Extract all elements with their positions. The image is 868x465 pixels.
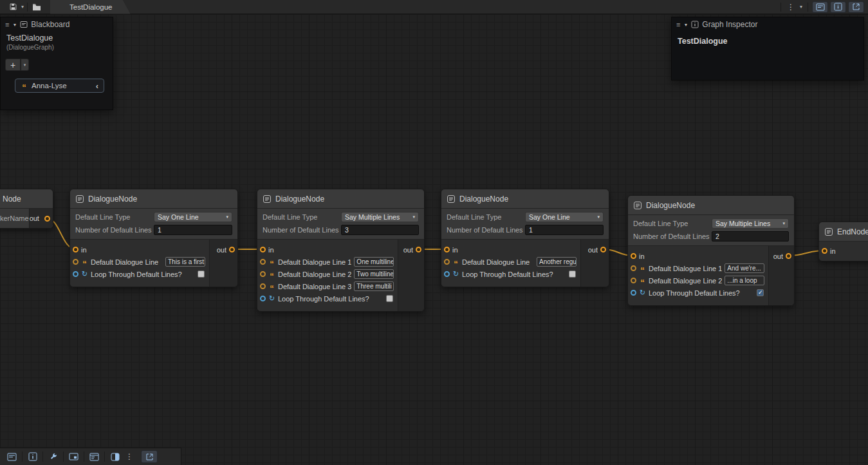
drag-handle-icon[interactable]: ≡ xyxy=(5,21,9,28)
out-port[interactable] xyxy=(600,247,606,252)
dialogue-line-field[interactable]: And we're... xyxy=(725,263,764,273)
more-menu-button[interactable]: ⋮ xyxy=(785,3,797,12)
end-node[interactable]: EndNode in xyxy=(818,222,868,261)
field-label: Anna-Lyse xyxy=(32,82,92,90)
line-port[interactable] xyxy=(260,259,266,265)
num-default-lines-field[interactable]: 1 xyxy=(525,225,604,235)
in-port[interactable] xyxy=(444,247,450,252)
blackboard-toggle-button[interactable] xyxy=(812,1,828,13)
line-label: Default Dialogue Line 1 xyxy=(278,258,351,266)
line-port[interactable] xyxy=(444,259,450,265)
loop-checkbox[interactable] xyxy=(198,270,205,278)
line-type-dropdown[interactable]: Say One Line ▾ xyxy=(154,212,232,222)
node-title: Node xyxy=(3,195,21,204)
more-menu-dropdown[interactable]: ▾ xyxy=(799,4,804,10)
dialogue-node-icon xyxy=(633,201,642,210)
open-external-window-button[interactable] xyxy=(141,450,158,463)
blackboard-header[interactable]: ≡ ▼ Blackboard xyxy=(1,17,113,32)
dialogue-line-field[interactable]: Another regu xyxy=(537,257,577,267)
line-port[interactable] xyxy=(631,278,636,283)
loop-checkbox[interactable] xyxy=(386,295,393,302)
out-port[interactable] xyxy=(416,247,421,252)
dialogue-node-3[interactable]: DialogueNode Default Line Type Say One L… xyxy=(441,189,609,287)
in-port[interactable] xyxy=(822,248,827,254)
dialogue-line-field[interactable]: Two multiline xyxy=(354,269,394,279)
out-port[interactable] xyxy=(786,253,791,259)
inspector-toggle-icon[interactable] xyxy=(24,450,41,464)
property-label: Number of Default Lines xyxy=(633,232,712,240)
line-type-dropdown[interactable]: Say Multiple Lines ▾ xyxy=(341,212,419,222)
node-header[interactable]: Node xyxy=(0,189,53,209)
dialogue-line-field[interactable]: ...in a loop xyxy=(725,276,764,285)
save-options-dropdown[interactable]: ▾ xyxy=(20,4,25,10)
inspector-header[interactable]: ≡ ▼ Graph Inspector xyxy=(672,17,863,32)
num-default-lines-field[interactable]: 2 xyxy=(712,231,789,242)
quote-icon: “ xyxy=(639,278,646,283)
loop-icon: ↻ xyxy=(268,295,275,302)
out-port[interactable] xyxy=(44,216,50,222)
loop-checkbox[interactable] xyxy=(569,270,576,278)
breadcrumb-tab[interactable]: TestDialogue xyxy=(50,0,130,14)
toolbar-divider xyxy=(84,451,84,462)
node-header[interactable]: DialogueNode xyxy=(257,189,424,209)
dialogue-node-4[interactable]: DialogueNode Default Line Type Say Multi… xyxy=(627,195,795,306)
in-port[interactable] xyxy=(260,247,266,252)
dialogue-line-field[interactable]: One multiline xyxy=(354,257,394,267)
add-property-button[interactable]: + xyxy=(5,59,21,71)
line-port[interactable] xyxy=(631,265,636,271)
speaker-name-label: kerName xyxy=(0,214,29,222)
save-button[interactable] xyxy=(6,1,20,14)
node-header[interactable]: DialogueNode xyxy=(628,196,794,215)
inspector-toggle-button[interactable] xyxy=(830,1,846,13)
loop-label: Loop Through Default Lines? xyxy=(91,270,195,278)
in-port[interactable] xyxy=(631,253,636,259)
node-header[interactable]: DialogueNode xyxy=(441,189,609,209)
dialogue-node-1[interactable]: DialogueNode Default Line Type Say One L… xyxy=(69,189,238,287)
in-port-label: in xyxy=(81,246,207,254)
num-default-lines-field[interactable]: 1 xyxy=(154,225,232,235)
line-label: Default Dialogue Line xyxy=(462,258,534,266)
line-port[interactable] xyxy=(73,259,78,265)
panel-toggle-icon[interactable] xyxy=(86,450,103,464)
loop-checkbox[interactable]: ✓ xyxy=(757,289,764,296)
drag-handle-icon[interactable]: ≡ xyxy=(676,21,680,28)
collapse-chevron-icon[interactable]: ‹ xyxy=(96,82,98,90)
minimap-toggle-icon[interactable] xyxy=(65,450,82,464)
foldout-icon[interactable]: ▼ xyxy=(683,23,688,27)
line-type-dropdown[interactable]: Say One Line ▾ xyxy=(525,212,604,222)
preview-toggle-icon[interactable] xyxy=(106,450,124,464)
blackboard-field[interactable]: “ Anna-Lyse ‹ xyxy=(15,79,104,93)
foldout-icon[interactable]: ▼ xyxy=(12,23,17,27)
dialogue-node-icon xyxy=(447,195,456,204)
panel-title: Graph Inspector xyxy=(702,20,757,29)
graph-canvas[interactable]: Node kerName out DialogueNode Default Li… xyxy=(0,14,868,465)
line-port[interactable] xyxy=(260,271,266,277)
loop-icon: ↻ xyxy=(81,270,88,278)
start-node[interactable]: Node kerName out xyxy=(0,189,53,229)
dialogue-line-field[interactable]: This is a first xyxy=(165,257,205,267)
open-asset-button[interactable] xyxy=(30,1,44,14)
num-default-lines-field[interactable]: 3 xyxy=(341,225,419,235)
dialogue-node-2[interactable]: DialogueNode Default Line Type Say Multi… xyxy=(257,189,425,312)
in-port[interactable] xyxy=(73,247,78,252)
bool-port[interactable] xyxy=(260,296,266,301)
bool-port[interactable] xyxy=(73,271,78,277)
wrench-icon[interactable] xyxy=(44,450,62,464)
graph-name: TestDialogue xyxy=(6,33,107,43)
bool-port[interactable] xyxy=(631,290,636,296)
quote-icon: “ xyxy=(268,284,275,289)
line-type-dropdown[interactable]: Say Multiple Lines ▾ xyxy=(712,218,789,229)
bool-port[interactable] xyxy=(444,271,450,277)
node-header[interactable]: DialogueNode xyxy=(70,189,237,209)
blackboard-toggle-icon[interactable] xyxy=(3,450,21,464)
open-preview-button[interactable] xyxy=(848,1,864,13)
in-port-label: in xyxy=(268,246,395,254)
line-port[interactable] xyxy=(260,283,266,289)
add-property-dropdown[interactable]: ▾ xyxy=(21,59,29,71)
dialogue-line-field[interactable]: Three multili xyxy=(354,281,394,291)
out-port-label: out xyxy=(403,246,413,254)
quote-icon: “ xyxy=(81,260,88,265)
out-port[interactable] xyxy=(229,247,235,252)
more-options-icon[interactable]: ⋮ xyxy=(124,450,135,464)
node-header[interactable]: EndNode xyxy=(819,222,868,242)
